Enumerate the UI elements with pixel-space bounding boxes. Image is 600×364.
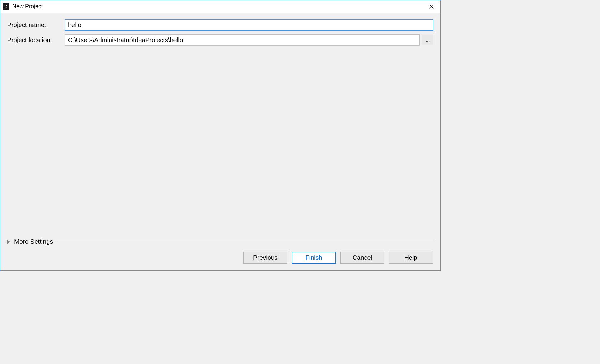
- project-location-row: Project location: ...: [7, 34, 433, 46]
- divider: [57, 242, 433, 242]
- previous-button[interactable]: Previous: [243, 252, 287, 264]
- more-settings-label: More Settings: [14, 238, 53, 245]
- cancel-button[interactable]: Cancel: [340, 252, 384, 264]
- project-location-label: Project location:: [7, 37, 65, 44]
- dialog-content: Project name: Project location: ... More…: [0, 13, 440, 270]
- window-title: New Project: [12, 3, 425, 10]
- titlebar: IJ New Project: [0, 0, 440, 13]
- new-project-dialog: IJ New Project Project name: Project loc…: [0, 0, 441, 271]
- content-spacer: [7, 49, 433, 238]
- project-name-label: Project name:: [7, 21, 65, 29]
- close-button[interactable]: [425, 0, 438, 13]
- close-icon: [429, 4, 434, 9]
- ellipsis-icon: ...: [426, 37, 430, 43]
- project-name-row: Project name:: [7, 19, 433, 31]
- help-button[interactable]: Help: [389, 252, 433, 264]
- app-icon: IJ: [3, 3, 9, 10]
- button-row: Previous Finish Cancel Help: [7, 252, 433, 267]
- more-settings-toggle[interactable]: More Settings: [7, 238, 433, 245]
- project-location-input[interactable]: [65, 34, 420, 46]
- finish-button[interactable]: Finish: [292, 252, 336, 264]
- intellij-icon: IJ: [4, 5, 7, 9]
- project-name-input[interactable]: [65, 19, 433, 31]
- browse-button[interactable]: ...: [422, 35, 433, 45]
- expand-right-icon: [7, 240, 10, 244]
